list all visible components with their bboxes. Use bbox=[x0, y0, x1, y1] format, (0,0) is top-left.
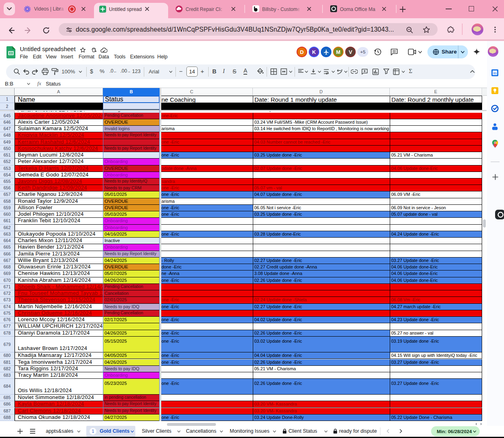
svg-text:31: 31 bbox=[493, 71, 497, 75]
